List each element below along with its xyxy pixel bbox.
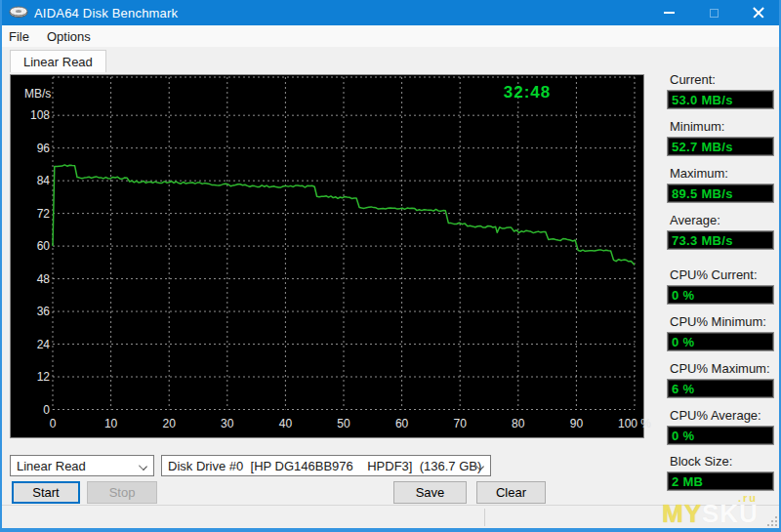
stats-panel: Current: 53.0 MB/s Minimum: 52.7 MB/s Ma… bbox=[667, 0, 776, 532]
stat-minimum: Minimum: 52.7 MB/s bbox=[667, 119, 776, 156]
svg-text:12: 12 bbox=[37, 370, 51, 384]
svg-text:60: 60 bbox=[395, 417, 409, 430]
benchmark-chart: 1089684726048362412001020304050607080901… bbox=[10, 74, 644, 438]
menubar: File Options bbox=[0, 25, 781, 47]
svg-text:72: 72 bbox=[37, 207, 51, 221]
menu-file[interactable]: File bbox=[0, 25, 38, 47]
stop-button[interactable]: Stop bbox=[87, 481, 157, 504]
svg-text:90: 90 bbox=[570, 417, 584, 430]
stat-average: Average: 73.3 MB/s bbox=[667, 213, 776, 250]
svg-text:96: 96 bbox=[37, 142, 51, 155]
svg-text:100 %: 100 % bbox=[618, 417, 651, 430]
resize-grip[interactable] bbox=[765, 514, 777, 526]
status-bar bbox=[2, 505, 779, 528]
start-button[interactable]: Start bbox=[12, 481, 80, 504]
clear-button[interactable]: Clear bbox=[476, 481, 546, 504]
svg-text:30: 30 bbox=[221, 417, 234, 430]
stat-average-value-box: 73.3 MB/s bbox=[667, 230, 774, 250]
svg-text:0: 0 bbox=[50, 417, 57, 430]
stat-maximum-value-box: 89.5 MB/s bbox=[667, 184, 774, 203]
svg-text:80: 80 bbox=[512, 417, 525, 430]
disk-drive-select[interactable]: Disk Drive #0 [HP DG146BB976 HPDF3] (136… bbox=[161, 455, 491, 476]
stat-cpu-maximum: CPU% Maximum: 6 % bbox=[667, 361, 776, 398]
app-window: AIDA64 Disk Benchmark File Options Linea… bbox=[0, 0, 781, 532]
svg-text:84: 84 bbox=[37, 174, 51, 187]
menu-options[interactable]: Options bbox=[38, 25, 100, 47]
elapsed-time: 32:48 bbox=[464, 83, 591, 102]
svg-text:0: 0 bbox=[43, 403, 50, 417]
svg-text:20: 20 bbox=[163, 417, 177, 430]
status-separator bbox=[484, 509, 485, 526]
stat-cpu-current-value-box: 0 % bbox=[667, 285, 774, 305]
svg-text:36: 36 bbox=[37, 305, 51, 318]
stat-minimum-value-box: 52.7 MB/s bbox=[667, 137, 774, 156]
stat-cpu-current: CPU% Current: 0 % bbox=[667, 267, 776, 305]
stat-cpu-average: CPU% Average: 0 % bbox=[667, 408, 776, 445]
svg-text:108: 108 bbox=[30, 108, 50, 122]
stat-cpu-minimum-value-box: 0 % bbox=[667, 332, 774, 351]
stat-current-value-box: 53.0 MB/s bbox=[667, 90, 774, 109]
svg-text:60: 60 bbox=[37, 239, 51, 253]
stat-cpu-minimum: CPU% Minimum: 0 % bbox=[667, 314, 776, 351]
svg-text:50: 50 bbox=[337, 417, 350, 430]
svg-text:40: 40 bbox=[279, 417, 293, 430]
titlebar: AIDA64 Disk Benchmark bbox=[0, 0, 781, 25]
chevron-down-icon bbox=[139, 462, 147, 471]
save-button[interactable]: Save bbox=[393, 481, 467, 504]
stat-cpu-average-value-box: 0 % bbox=[667, 426, 774, 445]
svg-text:10: 10 bbox=[104, 417, 118, 430]
window-title: AIDA64 Disk Benchmark bbox=[34, 6, 178, 20]
y-axis-unit-label: MB/s bbox=[24, 87, 51, 101]
svg-text:24: 24 bbox=[37, 338, 51, 351]
stat-block-size: Block Size: 2 MB bbox=[667, 454, 776, 491]
benchmark-type-select[interactable]: Linear Read bbox=[10, 455, 154, 476]
tab-linear-read[interactable]: Linear Read bbox=[10, 50, 106, 72]
svg-text:70: 70 bbox=[454, 417, 468, 430]
stat-block-size-value-box: 2 MB bbox=[667, 471, 774, 491]
benchmark-chart-panel: 1089684726048362412001020304050607080901… bbox=[10, 74, 644, 438]
app-disk-icon bbox=[9, 5, 28, 20]
tabstrip: Linear Read bbox=[2, 47, 779, 72]
stat-maximum: Maximum: 89.5 MB/s bbox=[667, 166, 776, 203]
svg-text:48: 48 bbox=[37, 272, 51, 286]
stat-cpu-maximum-value-box: 6 % bbox=[667, 379, 774, 398]
stat-current: Current: 53.0 MB/s bbox=[667, 72, 776, 109]
